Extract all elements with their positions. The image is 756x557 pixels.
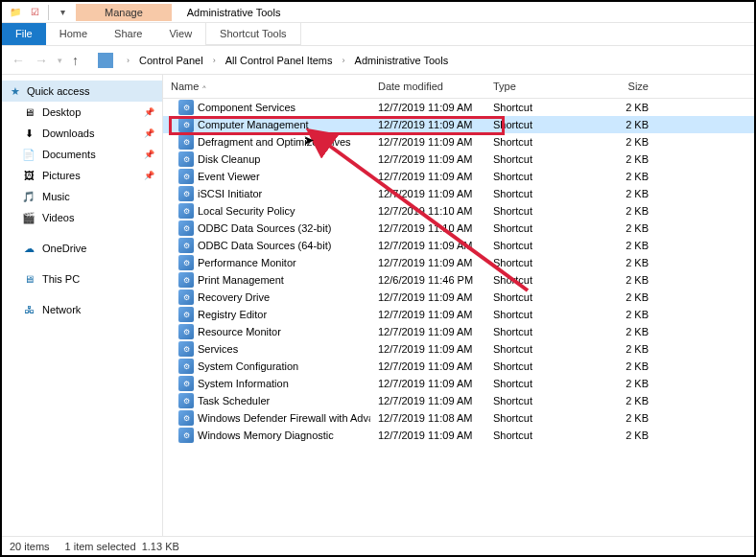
pin-icon: 📌 bbox=[144, 171, 154, 180]
status-selection: 1 item selected 1.13 KB bbox=[65, 541, 179, 552]
table-row[interactable]: ⚙Performance Monitor12/7/2019 11:09 AMSh… bbox=[163, 254, 754, 271]
cell-date: 12/7/2019 11:09 AM bbox=[370, 257, 485, 268]
cell-date: 12/7/2019 11:09 AM bbox=[370, 153, 485, 165]
qat-dropdown-icon[interactable]: ▾ bbox=[55, 5, 70, 20]
main-area: ★ Quick access 🖥Desktop📌⬇Downloads📌📄Docu… bbox=[2, 75, 754, 536]
file-rows: ⚙Component Services12/7/2019 11:09 AMSho… bbox=[163, 99, 754, 444]
cell-size: 2 KB bbox=[601, 136, 677, 148]
cell-type: Shortcut bbox=[485, 343, 601, 355]
folder-icon[interactable]: 📁 bbox=[8, 5, 23, 20]
sidebar-item-videos[interactable]: 🎬Videos bbox=[2, 207, 162, 228]
table-row[interactable]: ⚙Disk Cleanup12/7/2019 11:09 AMShortcut2… bbox=[163, 151, 754, 168]
tab-shortcut-tools[interactable]: Shortcut Tools bbox=[205, 23, 301, 45]
column-header-size[interactable]: Size bbox=[601, 75, 677, 98]
sidebar-onedrive[interactable]: ☁ OneDrive bbox=[2, 238, 162, 259]
cell-type: Shortcut bbox=[485, 274, 601, 286]
table-row[interactable]: ⚙Services12/7/2019 11:09 AMShortcut2 KB bbox=[163, 340, 754, 358]
tab-share[interactable]: Share bbox=[101, 23, 155, 45]
table-row[interactable]: ⚙Print Management12/6/2019 11:46 PMShort… bbox=[163, 271, 754, 289]
table-row[interactable]: ⚙Defragment and Optimize Drives12/7/2019… bbox=[163, 133, 754, 151]
table-row[interactable]: ⚙Event Viewer12/7/2019 11:09 AMShortcut2… bbox=[163, 168, 754, 185]
cell-type: Shortcut bbox=[485, 395, 601, 406]
table-row[interactable]: ⚙Resource Monitor12/7/2019 11:09 AMShort… bbox=[163, 323, 754, 340]
cell-type: Shortcut bbox=[485, 136, 601, 148]
cell-name: ⚙Windows Defender Firewall with Advanc..… bbox=[163, 410, 370, 426]
cell-name: ⚙Component Services bbox=[163, 100, 370, 115]
nav-recent-dropdown-icon[interactable]: ▾ bbox=[56, 56, 64, 65]
sidebar-item-pictures[interactable]: 🖼Pictures📌 bbox=[2, 165, 162, 186]
tab-view[interactable]: View bbox=[155, 23, 205, 45]
table-row[interactable]: ⚙System Information12/7/2019 11:09 AMSho… bbox=[163, 375, 754, 392]
sort-asc-icon: ^ bbox=[202, 84, 205, 91]
cell-type: Shortcut bbox=[485, 153, 601, 165]
status-item-count: 20 items bbox=[10, 541, 50, 552]
tab-home[interactable]: Home bbox=[46, 23, 101, 45]
table-row[interactable]: ⚙Computer Management12/7/2019 11:09 AMSh… bbox=[163, 116, 754, 133]
cell-name: ⚙Windows Memory Diagnostic bbox=[163, 428, 370, 443]
table-row[interactable]: ⚙Component Services12/7/2019 11:09 AMSho… bbox=[163, 99, 754, 116]
table-row[interactable]: ⚙Windows Defender Firewall with Advanc..… bbox=[163, 409, 754, 427]
cell-size: 2 KB bbox=[601, 240, 677, 251]
sidebar-item-label: Documents bbox=[42, 149, 96, 160]
shortcut-icon: ⚙ bbox=[178, 359, 194, 374]
cell-date: 12/7/2019 11:09 AM bbox=[370, 291, 485, 303]
cell-type: Shortcut bbox=[485, 240, 601, 251]
column-headers: Name^ Date modified Type Size bbox=[163, 75, 754, 99]
table-row[interactable]: ⚙System Configuration12/7/2019 11:09 AMS… bbox=[163, 358, 754, 375]
table-row[interactable]: ⚙iSCSI Initiator12/7/2019 11:09 AMShortc… bbox=[163, 185, 754, 202]
cursor-icon: ➤ bbox=[303, 132, 315, 148]
sidebar-item-label: Videos bbox=[42, 212, 74, 223]
cell-date: 12/7/2019 11:09 AM bbox=[370, 102, 485, 113]
cell-date: 12/7/2019 11:09 AM bbox=[370, 326, 485, 337]
table-row[interactable]: ⚙ODBC Data Sources (32-bit)12/7/2019 11:… bbox=[163, 220, 754, 237]
cell-date: 12/7/2019 11:09 AM bbox=[370, 395, 485, 406]
nav-forward-icon[interactable]: → bbox=[33, 53, 50, 68]
cell-name: ⚙Defragment and Optimize Drives bbox=[163, 134, 370, 150]
shortcut-icon: ⚙ bbox=[178, 220, 194, 236]
sidebar-item-music[interactable]: 🎵Music bbox=[2, 186, 162, 207]
sidebar-item-label: OneDrive bbox=[42, 243, 86, 254]
cell-size: 2 KB bbox=[601, 429, 677, 441]
cell-type: Shortcut bbox=[485, 326, 601, 337]
chevron-right-icon[interactable]: › bbox=[127, 56, 130, 65]
title-bar: 📁 ☑ ▾ Manage Administrative Tools bbox=[2, 2, 754, 23]
cell-type: Shortcut bbox=[485, 257, 601, 268]
sidebar-item-desktop[interactable]: 🖥Desktop📌 bbox=[2, 102, 162, 123]
sidebar-item-documents[interactable]: 📄Documents📌 bbox=[2, 144, 162, 165]
breadcrumb-segment[interactable]: All Control Panel Items bbox=[225, 55, 333, 66]
table-row[interactable]: ⚙Local Security Policy12/7/2019 11:10 AM… bbox=[163, 202, 754, 220]
column-header-type[interactable]: Type bbox=[485, 75, 601, 98]
sidebar-this-pc[interactable]: 🖥 This PC bbox=[2, 268, 162, 290]
cell-date: 12/7/2019 11:10 AM bbox=[370, 205, 485, 217]
chevron-right-icon[interactable]: › bbox=[213, 56, 216, 65]
chevron-right-icon[interactable]: › bbox=[343, 56, 345, 65]
breadcrumb-root-icon[interactable] bbox=[98, 53, 113, 68]
column-header-date[interactable]: Date modified bbox=[370, 75, 485, 98]
nav-back-icon[interactable]: ← bbox=[10, 53, 27, 68]
shortcut-icon: ⚙ bbox=[178, 255, 194, 270]
navigation-pane: ★ Quick access 🖥Desktop📌⬇Downloads📌📄Docu… bbox=[2, 75, 163, 536]
cell-name: ⚙Resource Monitor bbox=[163, 324, 370, 339]
cell-size: 2 KB bbox=[601, 378, 677, 389]
table-row[interactable]: ⚙Windows Memory Diagnostic12/7/2019 11:0… bbox=[163, 427, 754, 444]
breadcrumb-segment[interactable]: Control Panel bbox=[139, 55, 203, 66]
cell-date: 12/7/2019 11:09 AM bbox=[370, 136, 485, 148]
breadcrumb-segment[interactable]: Administrative Tools bbox=[355, 55, 449, 66]
sidebar-network[interactable]: 🖧 Network bbox=[2, 299, 162, 320]
shortcut-icon: ⚙ bbox=[178, 169, 194, 184]
table-row[interactable]: ⚙ODBC Data Sources (64-bit)12/7/2019 11:… bbox=[163, 237, 754, 254]
table-row[interactable]: ⚙Task Scheduler12/7/2019 11:09 AMShortcu… bbox=[163, 392, 754, 409]
cloud-icon: ☁ bbox=[21, 241, 36, 256]
cell-type: Shortcut bbox=[485, 171, 601, 182]
properties-icon[interactable]: ☑ bbox=[27, 5, 42, 20]
table-row[interactable]: ⚙Registry Editor12/7/2019 11:09 AMShortc… bbox=[163, 306, 754, 323]
sidebar-quick-access[interactable]: ★ Quick access bbox=[2, 81, 162, 102]
cell-size: 2 KB bbox=[601, 395, 677, 406]
column-header-name[interactable]: Name^ bbox=[163, 75, 370, 98]
sidebar-item-downloads[interactable]: ⬇Downloads📌 bbox=[2, 123, 162, 144]
table-row[interactable]: ⚙Recovery Drive12/7/2019 11:09 AMShortcu… bbox=[163, 289, 754, 306]
cell-size: 2 KB bbox=[601, 291, 677, 303]
cell-type: Shortcut bbox=[485, 205, 601, 217]
nav-up-icon[interactable]: ↑ bbox=[70, 53, 81, 68]
tab-file[interactable]: File bbox=[2, 23, 46, 45]
